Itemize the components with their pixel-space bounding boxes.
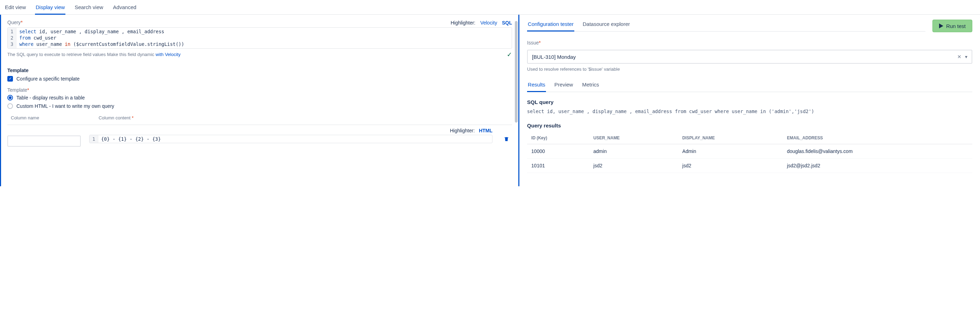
tester-panel: Configuration tester Datasource explorer… (519, 15, 980, 186)
template-label: Template (7, 87, 27, 93)
issue-label: Issue (527, 40, 539, 46)
issue-help: Used to resolve references to '$issue' v… (527, 67, 972, 72)
issue-select[interactable]: [BUL-310] Monday ✕ ▾ (527, 50, 972, 64)
check-icon: ✓ (507, 51, 512, 59)
col-id: ID (Key) (527, 132, 589, 144)
tab-config-tester[interactable]: Configuration tester (527, 19, 574, 32)
content-editor[interactable]: 1 {0} - {1} - {2} - {3} (89, 135, 492, 143)
query-gutter: 123 (8, 28, 16, 48)
tab-advanced[interactable]: Advanced (112, 2, 137, 14)
tab-edit-view[interactable]: Edit view (4, 2, 27, 14)
highlighter-label: Highlighter: (450, 20, 475, 26)
column-content-header: Column content (99, 115, 130, 120)
query-results-heading: Query results (527, 123, 972, 128)
tab-datasource-explorer[interactable]: Datasource explorer (582, 19, 631, 31)
delete-row-button[interactable] (501, 136, 512, 142)
issue-value: [BUL-310] Monday (532, 54, 576, 60)
column-name-header: Column name (11, 115, 39, 120)
trash-icon (504, 136, 509, 142)
highlighter-html[interactable]: HTML (479, 128, 492, 133)
query-editor[interactable]: 123 select id, user_name , display_name … (7, 27, 512, 49)
radio-custom-html-label: Custom HTML - I want to write my own que… (16, 103, 115, 109)
tab-results[interactable]: Results (527, 80, 546, 92)
query-hint: The SQL query to execute to retrieve fie… (7, 52, 156, 57)
clear-icon[interactable]: ✕ (957, 54, 961, 59)
col-user: USER_NAME (589, 132, 678, 144)
radio-table[interactable] (7, 95, 13, 101)
col-disp: DISPLAY_NAME (678, 132, 783, 144)
tab-preview[interactable]: Preview (554, 80, 574, 92)
main-tabs: Edit view Display view Search view Advan… (0, 0, 980, 15)
display-view-panel: Query* Highlighter: Velocity SQL 123 sel… (0, 15, 519, 186)
content-highlighter-label: Highlighter: (450, 128, 475, 133)
radio-custom-html[interactable] (7, 103, 13, 109)
chevron-down-icon[interactable]: ▾ (965, 54, 967, 59)
query-code[interactable]: select id, user_name , display_name , em… (16, 28, 512, 48)
table-row: 10101 jsd2 jsd2 jsd2@jsd2.jsd2 (527, 158, 972, 173)
run-test-button[interactable]: Run test (932, 19, 972, 32)
tab-search-view[interactable]: Search view (74, 2, 104, 14)
sql-query-heading: SQL query (527, 99, 972, 105)
results-table: ID (Key) USER_NAME DISPLAY_NAME EMAIL_AD… (527, 132, 972, 173)
highlighter-velocity[interactable]: Velocity (480, 20, 497, 26)
tab-display-view[interactable]: Display view (35, 2, 65, 15)
column-name-input[interactable] (7, 136, 81, 147)
radio-table-label: Table - display results in a table (16, 95, 84, 101)
configure-template-label: Configure a specific template (16, 76, 80, 82)
sql-query-text: select id, user_name , display_name , em… (527, 108, 972, 115)
col-email: EMAIL_ADDRESS (783, 132, 972, 144)
tab-metrics[interactable]: Metrics (581, 80, 600, 92)
table-row: 10000 admin Admin douglas.fidelis@valian… (527, 144, 972, 158)
velocity-link[interactable]: with Velocity (156, 52, 181, 57)
template-heading: Template (7, 67, 512, 73)
highlighter-sql[interactable]: SQL (502, 20, 512, 26)
query-label: Query (7, 19, 21, 25)
scrollbar-thumb[interactable] (515, 21, 518, 123)
configure-template-checkbox[interactable]: ✓ (7, 76, 13, 82)
play-icon (939, 24, 943, 28)
